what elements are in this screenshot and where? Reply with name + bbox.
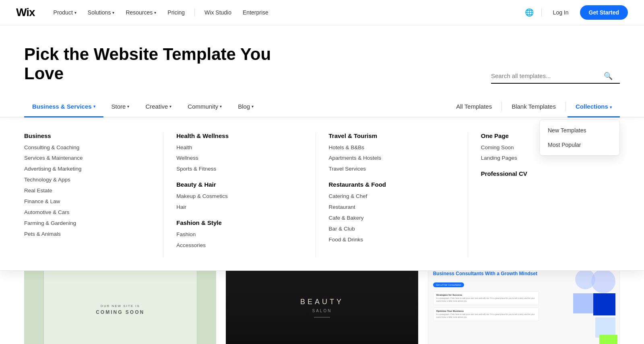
dropdown-link-landing[interactable]: Landing Pages bbox=[481, 154, 607, 162]
nav-right: 🌐 Log In Get Started bbox=[524, 5, 628, 20]
dropdown-section-restaurants: Restaurants & Food Catering & Chef Resta… bbox=[329, 181, 455, 243]
dropdown-link-catering[interactable]: Catering & Chef bbox=[329, 193, 455, 200]
dropdown-link-restaurant[interactable]: Restaurant bbox=[329, 204, 455, 211]
tab-collections[interactable]: Collections ▾ bbox=[568, 97, 620, 117]
tab-collections-label: Collections bbox=[576, 103, 608, 110]
tab-creative-label: Creative bbox=[145, 103, 168, 110]
tab-creative[interactable]: Creative ▾ bbox=[137, 97, 180, 117]
tab-business-chevron: ▾ bbox=[93, 104, 95, 109]
dropdown-link-consulting[interactable]: Consulting & Coaching bbox=[24, 144, 150, 152]
tab-creative-chevron: ▾ bbox=[169, 104, 171, 109]
tab-community-label: Community bbox=[188, 103, 218, 110]
page-title: Pick the Website Template You Love bbox=[24, 45, 306, 84]
dropdown-title-beauty: Beauty & Hair bbox=[176, 181, 302, 188]
nav-product[interactable]: Product ▾ bbox=[50, 7, 80, 18]
search-input[interactable] bbox=[491, 72, 604, 79]
nav-divider bbox=[194, 8, 195, 16]
tab-community[interactable]: Community ▾ bbox=[180, 97, 230, 117]
tabs-right: All Templates Blank Templates Collection… bbox=[448, 97, 620, 117]
tab-collections-chevron: ▾ bbox=[610, 105, 612, 109]
nav-links: Product ▾ Solutions ▾ Resources ▾ Pricin… bbox=[50, 7, 524, 18]
dropdown-link-hotels[interactable]: Hotels & B&Bs bbox=[329, 144, 455, 152]
dropdown-section-travel: Travel & Tourism Hotels & B&Bs Apartment… bbox=[329, 132, 455, 173]
search-box[interactable]: 🔍 bbox=[491, 72, 620, 84]
nav-enterprise[interactable]: Enterprise bbox=[239, 7, 272, 18]
tab-blog-chevron: ▾ bbox=[252, 104, 254, 109]
dropdown-col-travel: Travel & Tourism Hotels & B&Bs Apartment… bbox=[329, 132, 468, 257]
nav-resources[interactable]: Resources ▾ bbox=[122, 7, 160, 18]
collections-item-new[interactable]: New Templates bbox=[540, 123, 619, 138]
tab-community-chevron: ▾ bbox=[220, 104, 222, 109]
dropdown-col-business: Business Consulting & Coaching Services … bbox=[24, 132, 163, 257]
nav-right-divider bbox=[541, 8, 542, 16]
hero-section: Pick the Website Template You Love 🔍 bbox=[0, 25, 644, 97]
dropdown-section-cv: Professional CV bbox=[481, 170, 607, 177]
dropdown-col-health: Health & Wellness Health Wellness Sports… bbox=[176, 132, 316, 257]
dropdown-section-health: Health & Wellness Health Wellness Sports… bbox=[176, 132, 302, 173]
dropdown-title-fashion: Fashion & Style bbox=[176, 219, 302, 226]
dropdown-link-advertising[interactable]: Advertising & Marketing bbox=[24, 165, 150, 173]
dropdown-link-services[interactable]: Services & Maintenance bbox=[24, 154, 150, 162]
dropdown-link-bar[interactable]: Bar & Club bbox=[329, 225, 455, 233]
tab-business-services[interactable]: Business & Services ▾ bbox=[24, 97, 103, 117]
dropdown-section-beauty: Beauty & Hair Makeup & Cosmetics Hair bbox=[176, 181, 302, 211]
tab-business-services-label: Business & Services bbox=[32, 103, 92, 110]
dropdown-link-wellness[interactable]: Wellness bbox=[176, 154, 302, 162]
tab-store[interactable]: Store ▾ bbox=[103, 97, 138, 117]
get-started-button[interactable]: Get Started bbox=[580, 5, 628, 20]
globe-icon[interactable]: 🌐 bbox=[524, 7, 535, 18]
dropdown-link-cafe[interactable]: Cafe & Bakery bbox=[329, 214, 455, 222]
dropdown-title-health: Health & Wellness bbox=[176, 132, 302, 139]
dropdown-link-makeup[interactable]: Makeup & Cosmetics bbox=[176, 193, 302, 200]
dropdown-link-travel-services[interactable]: Travel Services bbox=[329, 165, 455, 173]
dropdown-link-pets[interactable]: Pets & Animals bbox=[24, 231, 150, 238]
collections-dropdown: New Templates Most Popular bbox=[539, 119, 620, 156]
dropdown-section-business: Business Consulting & Coaching Services … bbox=[24, 132, 150, 238]
dropdown-link-realestate[interactable]: Real Estate bbox=[24, 187, 150, 195]
tab-store-label: Store bbox=[111, 103, 126, 110]
navigation: Wix Product ▾ Solutions ▾ Resources ▾ Pr… bbox=[0, 0, 644, 25]
consultant-title-text: Business Consultants With a Growth Minds… bbox=[433, 271, 539, 277]
consultant-cta-btn[interactable]: Get a Free Consultation bbox=[433, 282, 464, 287]
dropdown-link-health[interactable]: Health bbox=[176, 144, 302, 152]
search-icon[interactable]: 🔍 bbox=[604, 72, 613, 80]
tab-store-chevron: ▾ bbox=[127, 104, 129, 109]
dropdown-section-fashion: Fashion & Style Fashion Accessories bbox=[176, 219, 302, 249]
dropdown-link-finance[interactable]: Finance & Law bbox=[24, 198, 150, 206]
dropdown-link-fashion[interactable]: Fashion bbox=[176, 231, 302, 239]
tab-blog-label: Blog bbox=[238, 103, 250, 110]
tabs-right-sep1 bbox=[502, 102, 502, 111]
dropdown-title-travel: Travel & Tourism bbox=[329, 132, 455, 139]
tab-all-templates[interactable]: All Templates bbox=[448, 97, 500, 117]
tab-blank-templates[interactable]: Blank Templates bbox=[504, 97, 564, 117]
dropdown-link-hair[interactable]: Hair bbox=[176, 204, 302, 211]
dropdown-link-food[interactable]: Food & Drinks bbox=[329, 236, 455, 244]
dropdown-link-farming[interactable]: Farming & Gardening bbox=[24, 220, 150, 227]
logo[interactable]: Wix bbox=[16, 6, 35, 19]
dropdown-title-business: Business bbox=[24, 132, 150, 139]
nav-pricing[interactable]: Pricing bbox=[163, 7, 189, 18]
dropdown-link-auto[interactable]: Automotive & Cars bbox=[24, 209, 150, 216]
collections-item-popular[interactable]: Most Popular bbox=[540, 138, 619, 152]
tabs-bar: Business & Services ▾ Store ▾ Creative ▾… bbox=[0, 97, 644, 117]
dropdown-link-sports[interactable]: Sports & Fitness bbox=[176, 165, 302, 173]
dropdown-title-restaurants: Restaurants & Food bbox=[329, 181, 455, 188]
dropdown-link-tech[interactable]: Technology & Apps bbox=[24, 176, 150, 184]
nav-solutions[interactable]: Solutions ▾ bbox=[84, 7, 119, 18]
nav-wix-studio[interactable]: Wix Studio bbox=[200, 7, 235, 18]
dropdown-link-accessories[interactable]: Accessories bbox=[176, 242, 302, 249]
tabs-right-sep2 bbox=[566, 102, 566, 111]
tab-blog[interactable]: Blog ▾ bbox=[230, 97, 262, 117]
dropdown-link-apartments[interactable]: Apartments & Hostels bbox=[329, 154, 455, 162]
dropdown-title-cv: Professional CV bbox=[481, 170, 607, 177]
login-button[interactable]: Log In bbox=[548, 7, 574, 18]
tabs-left: Business & Services ▾ Store ▾ Creative ▾… bbox=[24, 97, 448, 117]
